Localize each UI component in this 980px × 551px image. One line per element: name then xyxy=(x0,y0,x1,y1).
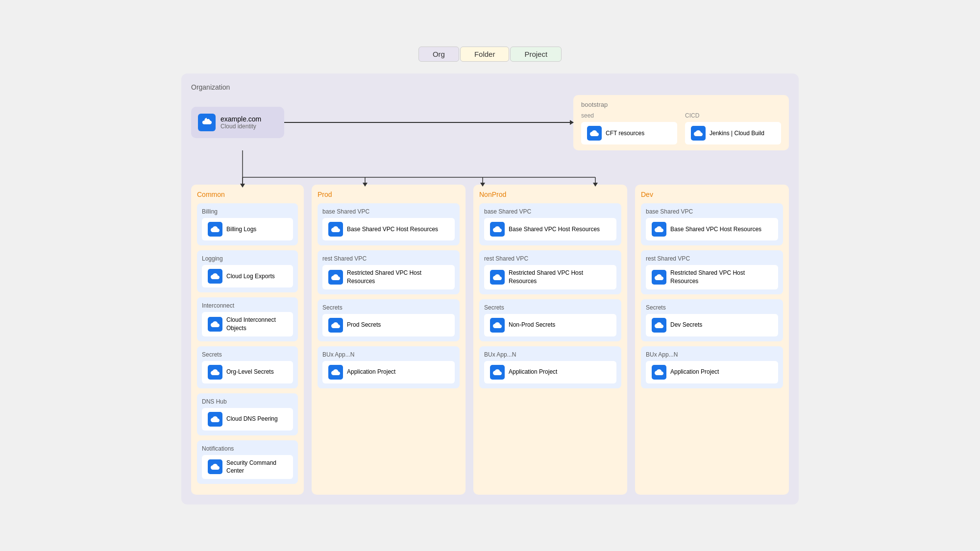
folder-base-vpc-nonprod: base Shared VPC Base Shared VPC Host Res… xyxy=(479,203,621,245)
card-secrets-nonprod: Non-Prod Secrets xyxy=(484,314,616,336)
col-nonprod-title: NonProd xyxy=(479,191,621,198)
seed-card-text: CFT resources xyxy=(606,129,644,138)
folder-base-vpc-prod-label: base Shared VPC xyxy=(322,208,455,215)
folder-secrets-prod: Secrets Prod Secrets xyxy=(318,299,460,341)
folder-app-prod: BUx App...N Application Project xyxy=(318,346,460,388)
folder-rest-vpc-dev: rest Shared VPC Restricted Shared VPC Ho… xyxy=(641,250,783,294)
bootstrap-area: bootstrap seed CFT resources xyxy=(573,95,789,150)
cicd-icon xyxy=(691,126,706,141)
folder-rest-vpc-nonprod: rest Shared VPC Restricted Shared VPC Ho… xyxy=(479,250,621,294)
secrets-dev-text: Dev Secrets xyxy=(670,321,702,329)
app-dev-icon xyxy=(652,365,666,380)
card-app-dev: Application Project xyxy=(646,361,778,383)
folder-secrets-dev: Secrets Dev Secrets xyxy=(641,299,783,341)
tab-folder[interactable]: Folder xyxy=(460,47,510,62)
seed-card: CFT resources xyxy=(581,122,677,144)
folder-logging: Logging Cloud Log Exports xyxy=(197,250,298,292)
seed-label: seed xyxy=(581,112,677,119)
folder-secrets-common-label: Secrets xyxy=(202,351,293,358)
card-notifications: Security Command Center xyxy=(202,455,293,479)
org-name: example.com xyxy=(220,115,261,123)
rest-vpc-prod-text: Restricted Shared VPC Host Resources xyxy=(347,269,449,286)
card-base-vpc-prod: Base Shared VPC Host Resources xyxy=(322,218,455,240)
rest-vpc-dev-icon xyxy=(652,270,666,285)
card-rest-vpc-dev: Restricted Shared VPC Host Resources xyxy=(646,265,778,289)
card-app-nonprod: Application Project xyxy=(484,361,616,383)
folder-base-vpc-dev-label: base Shared VPC xyxy=(646,208,778,215)
base-vpc-prod-text: Base Shared VPC Host Resources xyxy=(347,225,438,234)
folder-base-vpc-dev: base Shared VPC Base Shared VPC Host Res… xyxy=(641,203,783,245)
col-dev-title: Dev xyxy=(641,191,783,198)
billing-icon xyxy=(208,222,222,237)
col-prod-title: Prod xyxy=(318,191,460,198)
card-interconnect: Cloud Interconnect Objects xyxy=(202,312,293,336)
folder-rest-vpc-nonprod-label: rest Shared VPC xyxy=(484,255,616,262)
card-secrets-prod: Prod Secrets xyxy=(322,314,455,336)
bottom-cols: Common Billing Billing Logs Logging xyxy=(191,185,789,495)
folder-rest-vpc-prod: rest Shared VPC Restricted Shared VPC Ho… xyxy=(318,250,460,294)
folder-base-vpc-prod: base Shared VPC Base Shared VPC Host Res… xyxy=(318,203,460,245)
cicd-label: CICD xyxy=(685,112,781,119)
rest-vpc-dev-text: Restricted Shared VPC Host Resources xyxy=(670,269,772,286)
card-rest-vpc-prod: Restricted Shared VPC Host Resources xyxy=(322,265,455,289)
secrets-prod-icon xyxy=(328,318,343,333)
folder-dns-label: DNS Hub xyxy=(202,398,293,405)
notifications-card-text: Security Command Center xyxy=(226,459,287,476)
org-label: Organization xyxy=(191,83,789,91)
card-base-vpc-nonprod: Base Shared VPC Host Resources xyxy=(484,218,616,240)
card-app-prod: Application Project xyxy=(322,361,455,383)
card-rest-vpc-nonprod: Restricted Shared VPC Host Resources xyxy=(484,265,616,289)
base-vpc-dev-text: Base Shared VPC Host Resources xyxy=(670,225,761,234)
folder-billing: Billing Billing Logs xyxy=(197,203,298,245)
card-secrets-common: Org-Level Secrets xyxy=(202,361,293,383)
rest-vpc-prod-icon xyxy=(328,270,343,285)
folder-interconnect: Interconnect Cloud Interconnect Objects xyxy=(197,297,298,341)
cicd-card: Jenkins | Cloud Build xyxy=(685,122,781,144)
folder-secrets-nonprod: Secrets Non-Prod Secrets xyxy=(479,299,621,341)
tab-project[interactable]: Project xyxy=(510,47,562,62)
app-prod-text: Application Project xyxy=(347,368,395,376)
app-nonprod-icon xyxy=(490,365,505,380)
folder-dns: DNS Hub Cloud DNS Peering xyxy=(197,393,298,435)
folder-app-dev: BUx App...N Application Project xyxy=(641,346,783,388)
folder-rest-vpc-dev-label: rest Shared VPC xyxy=(646,255,778,262)
base-vpc-nonprod-icon xyxy=(490,222,505,237)
dns-card-text: Cloud DNS Peering xyxy=(226,415,278,423)
folder-secrets-prod-label: Secrets xyxy=(322,304,455,311)
app-dev-text: Application Project xyxy=(670,368,719,376)
bootstrap-columns: seed CFT resources CICD xyxy=(581,112,781,144)
folder-interconnect-label: Interconnect xyxy=(202,302,293,309)
secrets-dev-icon xyxy=(652,318,666,333)
bootstrap-label: bootstrap xyxy=(581,101,781,108)
base-vpc-dev-icon xyxy=(652,222,666,237)
cicd-card-text: Jenkins | Cloud Build xyxy=(710,129,764,138)
folder-app-nonprod: BUx App...N Application Project xyxy=(479,346,621,388)
secrets-prod-text: Prod Secrets xyxy=(347,321,381,329)
col-prod: Prod base Shared VPC Base Shared VPC Hos… xyxy=(312,185,466,495)
folder-rest-vpc-prod-label: rest Shared VPC xyxy=(322,255,455,262)
diagram: Organization example.com Cloud identity xyxy=(181,73,799,504)
folder-app-dev-label: BUx App...N xyxy=(646,351,778,358)
org-cloud-icon xyxy=(198,114,216,131)
app-nonprod-text: Application Project xyxy=(509,368,557,376)
col-common-title: Common xyxy=(197,191,298,198)
logging-card-text: Cloud Log Exports xyxy=(226,272,275,281)
top-tabs: Org Folder Project xyxy=(418,47,562,62)
folder-notifications: Notifications Security Command Center xyxy=(197,440,298,484)
interconnect-card-text: Cloud Interconnect Objects xyxy=(226,316,287,333)
seed-section: seed CFT resources xyxy=(581,112,677,144)
folder-secrets-common: Secrets Org-Level Secrets xyxy=(197,346,298,388)
col-common: Common Billing Billing Logs Logging xyxy=(191,185,304,495)
org-block: example.com Cloud identity xyxy=(191,107,284,138)
secrets-nonprod-text: Non-Prod Secrets xyxy=(509,321,555,329)
folder-secrets-nonprod-label: Secrets xyxy=(484,304,616,311)
secrets-nonprod-icon xyxy=(490,318,505,333)
card-secrets-dev: Dev Secrets xyxy=(646,314,778,336)
folder-app-nonprod-label: BUx App...N xyxy=(484,351,616,358)
rest-vpc-nonprod-text: Restricted Shared VPC Host Resources xyxy=(509,269,611,286)
folder-base-vpc-nonprod-label: base Shared VPC xyxy=(484,208,616,215)
tab-org[interactable]: Org xyxy=(418,47,459,62)
seed-icon xyxy=(587,126,602,141)
secrets-common-icon xyxy=(208,365,222,380)
notifications-icon xyxy=(208,459,222,474)
